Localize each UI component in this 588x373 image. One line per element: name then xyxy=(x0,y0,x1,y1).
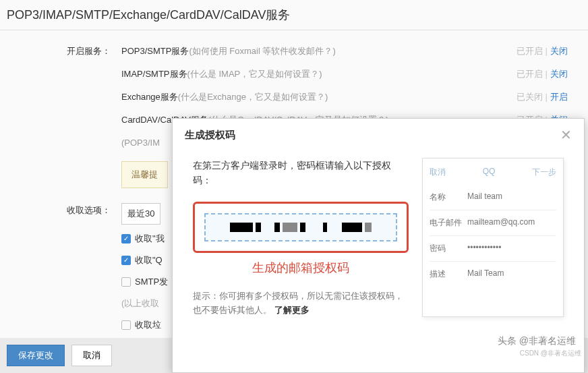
watermark-csdn: CSDN @非著名运维 xyxy=(520,349,581,358)
enable-service-label: 开启服务： xyxy=(7,44,121,188)
checkbox[interactable] xyxy=(121,277,131,287)
phone-field-label: 名称 xyxy=(430,192,467,203)
watermark: 头条 @非著名运维 xyxy=(498,335,576,347)
service-status-on: 已关闭 xyxy=(517,92,543,102)
phone-field-value: mailteam@qq.com xyxy=(467,217,535,229)
option-trash-label: 收取垃 xyxy=(135,318,161,333)
phone-preview: 取消 QQ 下一步 名称Mail team电子邮件mailteam@qq.com… xyxy=(422,158,564,317)
phone-row: 描述Mail Team xyxy=(430,262,556,287)
modal-hint: 提示：你可拥有多个授权码，所以无需记住该授权码，也不要告诉其他人。 了解更多 xyxy=(193,289,409,318)
phone-field-value: Mail team xyxy=(467,192,502,203)
phone-next: 下一步 xyxy=(532,167,556,178)
service-name: IMAP/SMTP服务 xyxy=(121,67,187,82)
modal-instruction: 在第三方客户端登录时，密码框请输入以下授权码： xyxy=(193,158,409,188)
checkbox-trash[interactable] xyxy=(121,320,131,330)
service-help: (如何使用 Foxmail 等软件收发邮件？) xyxy=(189,44,335,59)
code-highlight-box xyxy=(193,202,409,253)
save-button[interactable]: 保存更改 xyxy=(7,345,65,366)
phone-field-label: 描述 xyxy=(430,268,467,280)
option-label: 收取"Q xyxy=(135,253,163,268)
auth-code-display xyxy=(204,213,397,241)
phone-field-value: Mail Team xyxy=(467,268,504,280)
checkbox[interactable]: ✓ xyxy=(121,234,131,243)
service-name: POP3/SMTP服务 xyxy=(121,44,189,59)
code-caption: 生成的邮箱授权码 xyxy=(193,260,409,276)
learn-more-link[interactable]: 了解更多 xyxy=(274,305,310,315)
service-status-on: 已开启 xyxy=(517,69,543,79)
option-label: SMTP发 xyxy=(135,275,168,289)
service-status-off[interactable]: 关闭 xyxy=(550,69,568,79)
phone-field-label: 电子邮件 xyxy=(430,217,467,229)
close-icon[interactable]: ✕ xyxy=(560,128,572,142)
service-status-off[interactable]: 关闭 xyxy=(550,46,568,56)
phone-brand: QQ xyxy=(483,167,496,178)
pop3-truncated: (POP3/IM xyxy=(121,136,160,150)
service-line: POP3/SMTP服务 (如何使用 Foxmail 等软件收发邮件？)已开启|关… xyxy=(121,44,581,59)
phone-row: 名称Mail team xyxy=(430,185,556,210)
recent-select[interactable]: 最近30 xyxy=(121,203,160,225)
page-title: POP3/IMAP/SMTP/Exchange/CardDAV/CalDAV服务 xyxy=(0,0,588,30)
service-status-off[interactable]: 开启 xyxy=(550,92,568,102)
service-help: (什么是 IMAP，它又是如何设置？) xyxy=(187,67,322,82)
phone-row: 密码•••••••••••• xyxy=(430,236,556,262)
warm-tip: 温馨提 xyxy=(121,161,168,188)
service-name: Exchange服务 xyxy=(121,90,178,105)
cancel-button[interactable]: 取消 xyxy=(71,345,112,366)
phone-row: 电子邮件mailteam@qq.com xyxy=(430,210,556,236)
phone-field-label: 密码 xyxy=(430,243,467,254)
modal-title: 生成授权码 xyxy=(185,129,235,142)
option-note-1: (以上收取 xyxy=(121,296,168,311)
phone-field-value: •••••••••••• xyxy=(467,243,501,254)
service-help: (什么是Exchange，它又是如何设置？) xyxy=(178,90,328,105)
phone-cancel: 取消 xyxy=(430,167,446,178)
service-status-on: 已开启 xyxy=(517,46,543,56)
option-label: 收取"我 xyxy=(135,231,165,246)
receive-option-label: 收取选项： xyxy=(7,203,121,361)
service-line: Exchange服务 (什么是Exchange，它又是如何设置？)已关闭|开启 xyxy=(121,90,581,105)
checkbox[interactable]: ✓ xyxy=(121,256,131,265)
service-line: IMAP/SMTP服务 (什么是 IMAP，它又是如何设置？)已开启|关闭 xyxy=(121,67,581,82)
